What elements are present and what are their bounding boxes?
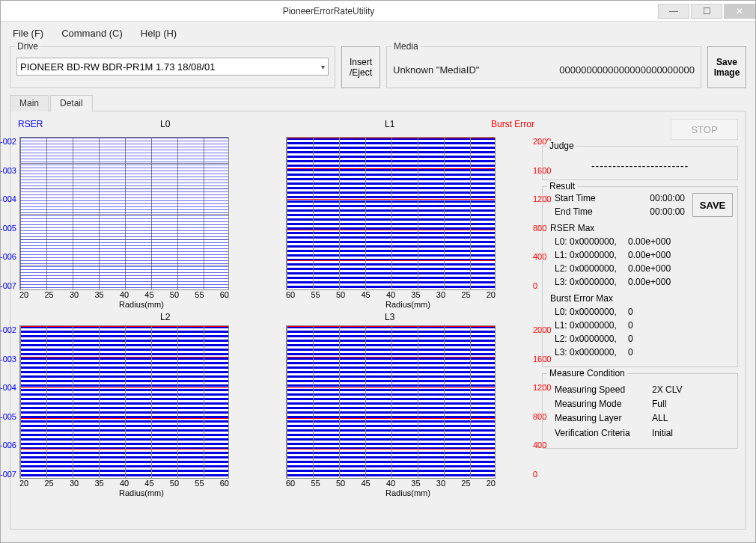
menu-command[interactable]: Command (C)	[61, 28, 123, 39]
media-group: Media Unknown "MediaID" 0000000000000000…	[386, 46, 701, 88]
result-group: Result SAVE Start Time00:00:00 End Time0…	[542, 186, 738, 367]
insert-eject-button[interactable]: Insert /Eject	[341, 46, 380, 88]
result-label: Result	[547, 181, 577, 191]
plot-l1: 2000160012008004000 605550454035302520	[284, 137, 531, 299]
plot-l3: 2000160012008004000 605550454035302520	[284, 325, 531, 488]
drive-group: Drive PIONEER BD-RW BDR-PR1M 1.73 18/08/…	[10, 46, 335, 88]
media-id: Unknown "MediaID"	[393, 64, 479, 76]
x-axis-label: Radius(mm)	[18, 300, 265, 309]
menu-help[interactable]: Help (H)	[141, 28, 177, 39]
tab-main[interactable]: Main	[10, 95, 49, 111]
drive-label: Drive	[15, 41, 40, 52]
measure-condition-group: Measure Condition Measuring Speed2X CLV …	[542, 373, 738, 449]
media-label: Media	[391, 41, 421, 52]
plot-l0: 1E-0021E-0031E-0041E-0051E-0061E-007 202…	[18, 137, 265, 299]
media-code: 0000000000000000000000000	[559, 64, 695, 76]
rser-label: RSER	[18, 119, 43, 129]
judge-group: Judge -----------------------	[542, 146, 738, 180]
plot-l2-label: L2	[160, 312, 170, 322]
close-button[interactable]: ✕	[724, 4, 755, 19]
window-title: PioneerErrorRateUtility	[1, 6, 656, 16]
menu-file[interactable]: File (F)	[13, 28, 43, 39]
tab-detail[interactable]: Detail	[50, 95, 93, 111]
judge-label: Judge	[547, 141, 576, 151]
save-image-button[interactable]: Save Image	[707, 46, 746, 88]
judge-value: -----------------------	[550, 160, 730, 172]
burst-label: Burst Error	[491, 119, 534, 129]
minimize-button[interactable]: —	[658, 4, 689, 19]
drive-selected: PIONEER BD-RW BDR-PR1M 1.73 18/08/01	[20, 61, 216, 73]
save-button[interactable]: SAVE	[692, 193, 733, 217]
measure-condition-label: Measure Condition	[547, 368, 627, 378]
plot-l1-label: L1	[385, 119, 394, 129]
rser-max-label: RSER Max	[550, 223, 730, 233]
plot-l2: 1E-0021E-0031E-0041E-0051E-0061E-007 202…	[18, 325, 265, 488]
burst-max-label: Burst Error Max	[550, 293, 730, 304]
maximize-button[interactable]: ☐	[691, 4, 722, 19]
chevron-down-icon: ▾	[321, 63, 325, 71]
plot-l0-label: L0	[160, 119, 170, 129]
y-axis-left: 1E-0021E-0031E-0041E-0051E-0061E-007	[0, 137, 16, 290]
plot-l3-label: L3	[385, 312, 394, 322]
drive-select[interactable]: PIONEER BD-RW BDR-PR1M 1.73 18/08/01 ▾	[16, 58, 329, 76]
stop-button: STOP	[671, 119, 738, 140]
